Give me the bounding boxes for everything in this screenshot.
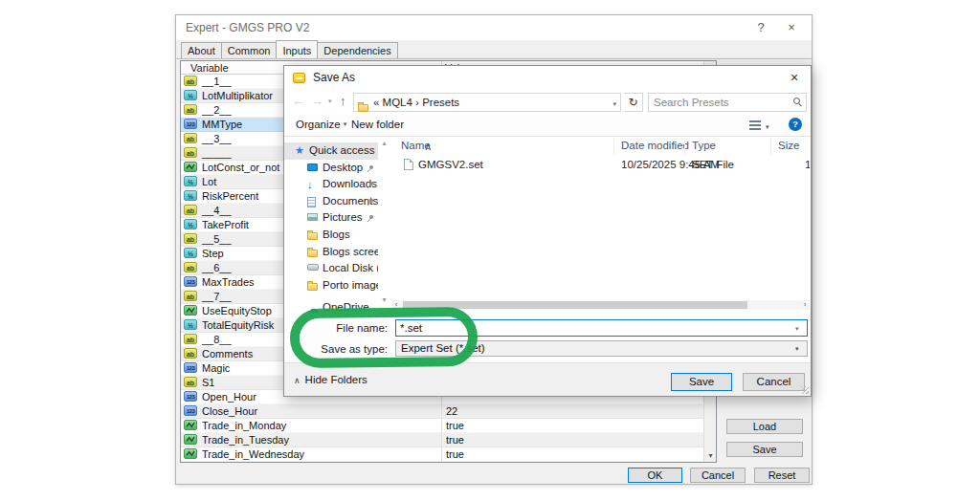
dialog-toolbar: Organize▾ New folder ▾ ? xyxy=(284,115,811,136)
str-type-icon: ab xyxy=(184,262,197,272)
table-row-Close_Hour[interactable]: 123Close_Hour22 xyxy=(181,404,703,419)
tree-scroll-up-icon[interactable]: ▴ xyxy=(378,137,390,149)
table-row-Trade_in_Tuesday[interactable]: Trade_in_Tuesdaytrue xyxy=(181,433,703,447)
variable-name: LotMultiplikator xyxy=(202,89,273,103)
search-box[interactable] xyxy=(648,93,807,112)
dialog-cancel-button[interactable]: Cancel xyxy=(743,373,805,391)
variable-name: __1__ xyxy=(202,75,232,89)
save-as-close-icon[interactable]: × xyxy=(780,68,809,88)
close-button[interactable]: × xyxy=(779,19,804,36)
expert-title-bar[interactable]: Expert - GMGS PRO V2 ? × xyxy=(176,15,812,40)
file-column-type[interactable]: Type xyxy=(692,140,716,151)
organize-menu[interactable]: Organize▾ xyxy=(296,119,346,130)
history-dropdown-icon[interactable]: ▾ xyxy=(328,98,332,105)
tree-item-blogs[interactable]: Blogs xyxy=(284,227,378,244)
tree-item-quick-access[interactable]: ★Quick access xyxy=(284,142,378,160)
file-name-dropdown-icon[interactable]: ▾ xyxy=(795,325,799,333)
ok-button[interactable]: OK xyxy=(628,468,682,483)
back-icon[interactable]: ← xyxy=(292,94,304,108)
str-type-icon: ab xyxy=(184,205,197,215)
file-column-size[interactable]: Size xyxy=(778,140,799,151)
tree-item-blogs-screenshot[interactable]: Blogs screenshot xyxy=(284,244,378,261)
cloud-icon: ☁ xyxy=(307,303,319,314)
tree-item-label: Desktop xyxy=(323,162,363,173)
variable-value[interactable]: true xyxy=(446,433,464,447)
address-bar[interactable]: « MQL4 › Presets ▾ xyxy=(353,93,621,112)
column-header-variable: Variable xyxy=(190,61,229,75)
pin-icon xyxy=(367,213,374,225)
view-list-icon[interactable] xyxy=(749,120,761,130)
variable-name: Magic xyxy=(202,361,230,376)
table-row-Trade_in_Wednesday[interactable]: Trade_in_Wednesdaytrue xyxy=(181,447,703,462)
tree-item-porto-images[interactable]: Porto images xyxy=(284,277,378,294)
folder-icon xyxy=(307,283,318,291)
hscroll-left-icon[interactable]: ‹ xyxy=(391,300,401,310)
expert-save-button[interactable]: Save xyxy=(726,442,803,457)
star-icon: ★ xyxy=(295,145,304,156)
scroll-down-icon[interactable]: ▾ xyxy=(704,449,717,462)
file-name-input[interactable] xyxy=(395,319,808,337)
hide-folders-button[interactable]: ∧Hide Folders xyxy=(294,374,368,385)
variable-name: UseEquityStop xyxy=(202,304,272,318)
tree-scroll-down-icon[interactable]: ▾ xyxy=(378,294,390,306)
filename-section: File name: ▾ Save as type: Expert Set (*… xyxy=(284,314,811,362)
up-icon[interactable]: ↑ xyxy=(340,94,346,108)
tab-common[interactable]: Common xyxy=(221,42,278,58)
tree-item-desktop[interactable]: Desktop xyxy=(284,160,378,177)
save-as-type-select[interactable]: Expert Set (*.set) xyxy=(395,340,808,357)
save-as-title: Save As xyxy=(313,71,355,84)
reset-button[interactable]: Reset xyxy=(754,468,810,483)
tab-about[interactable]: About xyxy=(181,42,222,58)
variable-value[interactable]: true xyxy=(446,447,464,462)
refresh-button[interactable]: ↻ xyxy=(624,93,643,112)
forward-icon[interactable]: → xyxy=(311,94,323,108)
address-dropdown-icon[interactable]: ▾ xyxy=(612,100,616,108)
tree-item-local-disk-d-[interactable]: Local Disk (D:) xyxy=(284,260,378,277)
view-dropdown-icon[interactable]: ▾ xyxy=(766,123,769,131)
tree-item-downloads[interactable]: ↓Downloads xyxy=(284,176,378,193)
load-button[interactable]: Load xyxy=(726,419,803,434)
file-column-date-modified[interactable]: Date modified xyxy=(621,140,689,151)
dialog-save-button[interactable]: Save xyxy=(671,373,732,391)
tree-item-label: Blogs screenshot xyxy=(323,246,378,257)
hide-folders-label: Hide Folders xyxy=(305,374,368,385)
hscroll-right-icon[interactable]: › xyxy=(800,300,810,310)
dbl-type-icon: ½ xyxy=(184,90,197,100)
save-as-title-bar[interactable]: Save As × xyxy=(284,66,811,90)
variable-name: MaxTrades xyxy=(202,275,255,290)
expert-cancel-button[interactable]: Cancel xyxy=(690,468,746,483)
sort-ascending-icon: ∧ xyxy=(424,140,432,153)
file-row-gmgsv2-set[interactable]: GMGSV2.set10/25/2025 9:45 AMSET File1 xyxy=(391,156,810,175)
save-as-type-dropdown-icon[interactable]: ▾ xyxy=(795,345,799,353)
file-list-hscrollbar[interactable]: ‹ › xyxy=(391,300,810,310)
tab-inputs[interactable]: Inputs xyxy=(276,40,318,58)
int-type-icon: 123 xyxy=(184,391,197,402)
bool-type-icon xyxy=(184,305,197,316)
variable-name: Open_Hour xyxy=(202,390,256,404)
screenshot-stage: Expert - GMGS PRO V2 ? × AboutCommonInpu… xyxy=(0,0,980,501)
variable-name: LotConst_or_not xyxy=(202,161,279,175)
str-type-icon: ab xyxy=(184,147,197,158)
tab-dependencies[interactable]: Dependencies xyxy=(317,42,397,58)
download-icon: ↓ xyxy=(307,180,313,190)
help-icon[interactable]: ? xyxy=(789,118,802,131)
address-path: « MQL4 › Presets xyxy=(373,97,459,108)
tree-item-onedrive[interactable]: ☁OneDrive xyxy=(284,299,378,314)
table-row-Trade_in_Monday[interactable]: Trade_in_Mondaytrue xyxy=(181,419,703,433)
hscroll-thumb[interactable] xyxy=(403,301,747,309)
str-type-icon: ab xyxy=(184,233,197,244)
tree-scrollbar[interactable]: ▴ ▾ xyxy=(378,137,390,306)
resize-grip[interactable] xyxy=(801,386,809,394)
dbl-type-icon: ½ xyxy=(184,248,197,258)
tree-item-pictures[interactable]: Pictures xyxy=(284,209,378,227)
str-type-icon: ab xyxy=(184,104,197,115)
tree-item-documents[interactable]: Documents xyxy=(284,193,378,210)
new-folder-button[interactable]: New folder xyxy=(351,119,404,130)
variable-value[interactable]: true xyxy=(446,419,464,433)
help-button[interactable]: ? xyxy=(748,19,773,36)
variable-value[interactable]: 22 xyxy=(446,404,457,419)
tree-item-label: Local Disk (D:) xyxy=(323,262,378,273)
int-type-icon: 123 xyxy=(184,362,197,373)
search-input[interactable] xyxy=(654,95,783,110)
variable-name: __8__ xyxy=(202,333,232,347)
